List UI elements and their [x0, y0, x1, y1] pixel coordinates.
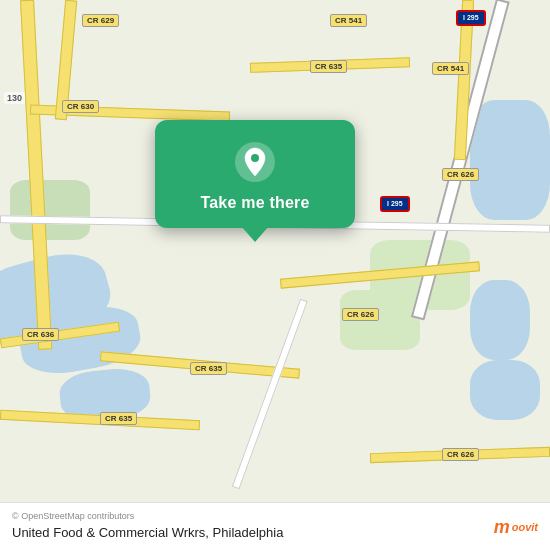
take-me-there-label: Take me there [200, 194, 309, 212]
moovit-m-icon: m [494, 518, 510, 536]
map-container: CR 629 CR 541 I 295 CR 635 CR 541 130 CR… [0, 0, 550, 550]
label-i295a: I 295 [456, 10, 486, 26]
label-cr130: 130 [4, 92, 25, 104]
label-cr635b: CR 635 [190, 362, 227, 375]
water-body-4 [470, 100, 550, 220]
green-area-3 [10, 180, 90, 240]
location-name: United Food & Commercial Wrkrs, Philadel… [12, 525, 538, 540]
location-card[interactable]: Take me there [155, 120, 355, 228]
moovit-text: oovit [512, 521, 538, 533]
water-body-5 [470, 280, 530, 360]
i295-shield-text: I 295 [456, 10, 486, 26]
label-cr636: CR 636 [22, 328, 59, 341]
label-cr635c: CR 635 [100, 412, 137, 425]
label-cr541a: CR 541 [330, 14, 367, 27]
label-i295b: I 295 [380, 196, 410, 212]
label-cr629: CR 629 [82, 14, 119, 27]
water-body-6 [470, 360, 540, 420]
moovit-logo: m oovit [494, 518, 538, 536]
label-cr630: CR 630 [62, 100, 99, 113]
label-cr626a: CR 626 [442, 168, 479, 181]
label-cr626c: CR 626 [442, 448, 479, 461]
label-cr635a: CR 635 [310, 60, 347, 73]
i295b-shield-text: I 295 [380, 196, 410, 212]
label-cr626b: CR 626 [342, 308, 379, 321]
location-pin-icon [233, 140, 277, 184]
label-cr541b: CR 541 [432, 62, 469, 75]
bottom-bar: © OpenStreetMap contributors United Food… [0, 502, 550, 550]
svg-point-1 [251, 154, 259, 162]
copyright-text: © OpenStreetMap contributors [12, 511, 538, 521]
